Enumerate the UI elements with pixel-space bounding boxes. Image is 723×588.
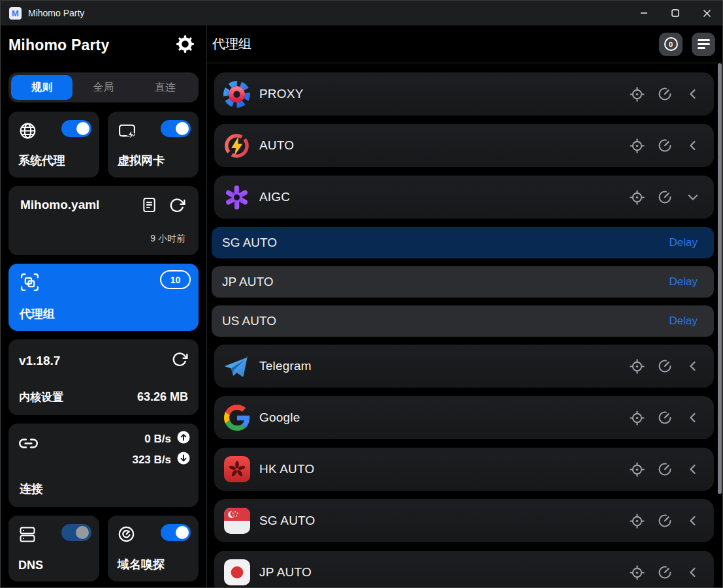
profile-card[interactable]: Mihomo.yaml 9 小时前 [8, 186, 199, 255]
profile-updated-time: 9 小时前 [150, 233, 185, 245]
delay-test-icon[interactable] [656, 409, 673, 426]
proxy-group-row[interactable]: AIGC [214, 176, 714, 219]
chevron-left-icon[interactable] [684, 409, 701, 426]
scrollbar-thumb[interactable] [718, 63, 722, 494]
profile-file-icon[interactable] [141, 196, 157, 217]
proxy-node-row[interactable]: SG AUTODelay [212, 227, 714, 258]
virtual-nic-icon [117, 121, 137, 144]
titlebar-title: Mihomo Party [28, 8, 84, 18]
flag-hk-icon [223, 456, 251, 484]
chevron-left-icon[interactable] [684, 137, 701, 154]
locate-node-icon[interactable] [628, 358, 645, 375]
zero-circle-icon: 0 [664, 37, 678, 51]
proxy-groups-label: 代理组 [20, 306, 55, 322]
sniff-card[interactable]: 域名嗅探 [108, 516, 199, 581]
chevron-left-icon[interactable] [684, 564, 701, 581]
connections-label: 连接 [20, 481, 43, 497]
titlebar: M Mihomo Party [1, 1, 722, 25]
core-version: v1.18.7 [19, 354, 60, 368]
proxy-group-name: Telegram [259, 359, 312, 373]
settings-gear-icon[interactable] [176, 35, 195, 56]
delay-test-icon[interactable] [656, 85, 673, 102]
tab-rule[interactable]: 规则 [11, 75, 72, 100]
close-button[interactable] [691, 1, 722, 25]
link-icon [19, 434, 38, 456]
main-panel: 代理组 0 PROXYAUTOAIGCSG AUTODelayJP AUTODe… [207, 25, 723, 588]
layout-toggle-button[interactable] [692, 33, 715, 56]
chevron-left-icon[interactable] [684, 358, 701, 375]
flag-sg-icon [223, 507, 251, 535]
proxy-group-name: Google [259, 410, 300, 425]
core-memory: 63.26 MB [137, 390, 188, 404]
proxy-group-row[interactable]: PROXY [214, 72, 714, 116]
chevron-left-icon[interactable] [684, 461, 701, 478]
globe-icon [18, 121, 38, 144]
node-delay-action[interactable]: Delay [669, 315, 698, 328]
chevron-left-icon[interactable] [684, 85, 701, 102]
delay-test-icon[interactable] [656, 358, 673, 375]
download-speed: 323 B/s [132, 454, 171, 467]
proxy-groups-count-badge: 10 [160, 270, 191, 289]
locate-node-icon[interactable] [628, 85, 645, 102]
core-restart-icon[interactable] [171, 351, 188, 371]
system-proxy-card[interactable]: 系统代理 [8, 112, 99, 178]
proxy-group-row[interactable]: SG AUTO [214, 499, 714, 542]
proxy-group-row[interactable]: HK AUTO [214, 448, 714, 491]
proxy-group-row[interactable]: JP AUTO [214, 551, 714, 588]
delay-test-icon[interactable] [656, 461, 673, 478]
locate-node-icon[interactable] [628, 189, 645, 206]
google-icon [223, 404, 251, 432]
core-settings-label: 内核设置 [19, 390, 63, 405]
minimize-button[interactable] [628, 1, 660, 25]
download-arrow-icon [176, 451, 191, 469]
locate-node-icon[interactable] [628, 461, 645, 478]
outbound-mode-tabs: 规则 全局 直连 [8, 72, 199, 102]
connections-card[interactable]: 0 B/s 323 B/s 连接 [8, 424, 199, 507]
node-delay-action[interactable]: Delay [669, 275, 698, 288]
delay-test-icon[interactable] [656, 564, 673, 581]
sniffer-icon [117, 525, 136, 546]
minimize-icon [640, 9, 648, 17]
maximize-icon [671, 9, 679, 17]
delay-test-icon[interactable] [656, 512, 673, 529]
sidebar-item-proxy-groups[interactable]: 10 代理组 [8, 264, 199, 331]
locate-node-icon[interactable] [628, 409, 645, 426]
locate-node-icon[interactable] [628, 137, 645, 154]
proxy-groups-icon [19, 271, 40, 296]
proxy-node-name: US AUTO [222, 314, 276, 328]
maximize-button[interactable] [660, 1, 691, 25]
chevron-down-icon[interactable] [684, 189, 701, 206]
app-window: M Mihomo Party Mihomo Party [0, 0, 723, 588]
proxy-group-list: PROXYAUTOAIGCSG AUTODelayJP AUTODelayUS … [207, 63, 723, 588]
tun-card[interactable]: 虚拟网卡 [108, 112, 199, 178]
proxy-group-row[interactable]: AUTO [214, 124, 714, 167]
tab-global[interactable]: 全局 [72, 75, 134, 100]
delay-test-icon[interactable] [656, 189, 673, 206]
dns-card[interactable]: DNS [8, 516, 99, 581]
delay-test-icon[interactable] [656, 137, 673, 154]
chevron-left-icon[interactable] [684, 512, 701, 529]
sniff-toggle[interactable] [161, 524, 191, 541]
page-title: 代理组 [212, 35, 251, 53]
proxy-group-row[interactable]: Google [214, 396, 714, 439]
locate-node-icon[interactable] [628, 564, 645, 581]
tun-toggle[interactable] [161, 120, 191, 137]
proxy-group-name: PROXY [259, 87, 304, 101]
proxy-node-row[interactable]: US AUTODelay [212, 305, 714, 337]
locate-node-icon[interactable] [628, 512, 645, 529]
tun-label: 虚拟网卡 [118, 153, 165, 168]
auto-icon [223, 132, 251, 160]
tab-direct[interactable]: 直连 [135, 75, 196, 100]
window-controls [628, 1, 722, 25]
node-delay-action[interactable]: Delay [669, 236, 698, 249]
openai-icon [223, 183, 251, 211]
flag-jp-icon [223, 559, 251, 587]
proxy-group-name: JP AUTO [259, 565, 312, 580]
profile-refresh-icon[interactable] [169, 197, 185, 217]
delay-display-toggle-button[interactable]: 0 [659, 33, 683, 56]
proxy-node-row[interactable]: JP AUTODelay [212, 266, 714, 298]
dns-toggle[interactable] [61, 524, 91, 541]
proxy-group-row[interactable]: Telegram [214, 345, 714, 388]
core-settings-card[interactable]: v1.18.7 内核设置 63.26 MB [8, 339, 199, 415]
system-proxy-toggle[interactable] [61, 120, 91, 137]
